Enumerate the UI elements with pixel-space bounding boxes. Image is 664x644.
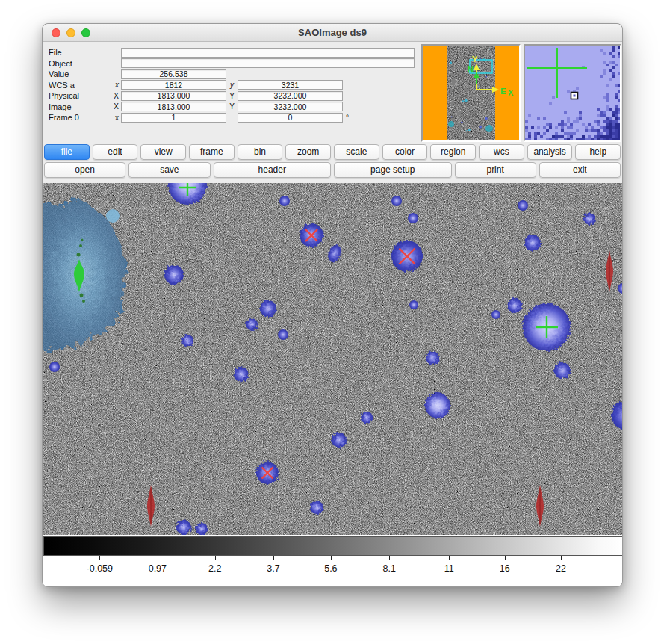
star [279,196,290,206]
star [554,362,571,379]
value-field[interactable] [121,69,226,79]
colorbar-tick-label: -0.059 [87,563,113,574]
menu-button-frame[interactable]: frame [189,144,235,160]
star [49,362,60,372]
submenu-button-save[interactable]: save [128,162,210,178]
colorbar-tick [273,556,274,560]
colorbar-tick [505,556,506,560]
colorbar-tick [449,556,450,560]
app-window: SAOImage ds9 File Object Value WCS a x y… [42,23,623,587]
image-y-field[interactable] [238,102,343,111]
star [234,367,249,382]
menu-button-view[interactable]: view [140,144,186,160]
wcs-x-field[interactable] [121,80,226,90]
panner-e-label: E [500,87,506,96]
menu-button-color[interactable]: color [382,144,428,160]
submenu-button-open[interactable]: open [44,162,125,178]
colorbar-tick [561,556,562,560]
star [310,501,323,514]
star [409,300,418,309]
menu-button-edit[interactable]: edit [93,144,138,160]
file-submenu-bar: opensaveheaderpage setupprintexit [44,162,621,178]
star [426,351,439,365]
submenu-button-page-setup[interactable]: page setup [334,162,452,178]
physical-x-field[interactable] [121,91,226,101]
menu-button-bin[interactable]: bin [238,144,283,160]
x-marked-star [300,223,323,247]
colorbar-tick [215,556,216,560]
star [507,298,522,313]
object-label: Object [49,59,111,68]
colorbar-tick-label: 22 [556,563,566,574]
star [246,318,258,330]
star [164,265,184,285]
magnifier [524,44,621,142]
value-row: Value [49,69,418,80]
submenu-button-header[interactable]: header [214,162,332,178]
frame-row: Frame 0 x ° [49,112,418,123]
star [583,213,595,225]
star [181,335,193,347]
star [491,310,500,319]
title-bar[interactable]: SAOImage ds9 [43,24,622,42]
menu-button-help[interactable]: help [575,144,621,160]
star [425,393,450,418]
x-marked-star [256,462,279,484]
star [176,520,191,535]
menu-button-analysis[interactable]: analysis [527,144,573,160]
wcs-row: WCS a x y [49,80,418,91]
colorbar-tick-label: 3.7 [267,563,279,574]
frame-angle-field[interactable] [238,113,343,123]
menu-button-wcs[interactable]: wcs [479,144,524,160]
menu-button-file[interactable]: file [44,144,90,160]
x-marked-star [391,241,423,272]
degree-symbol: ° [346,114,349,122]
colorbar-tick [389,556,390,560]
main-image-canvas[interactable] [43,183,623,535]
frame-zoom-field[interactable] [121,113,226,123]
image-row: Image X Y [49,102,418,113]
colorbar-tick-label: 2.2 [208,563,221,574]
colorbar[interactable] [43,536,623,556]
colorbar-tick-label: 0.97 [149,563,167,574]
star [361,412,373,424]
image-label: Image [49,102,111,111]
colorbar-tick-label: 8.1 [383,563,396,574]
frame-label: Frame 0 [49,113,111,122]
panner[interactable]: YNEX [421,44,521,142]
star [518,200,528,211]
info-panel: File Object Value WCS a x y Physical X Y [49,47,418,123]
menu-button-region[interactable]: region [430,144,476,160]
menu-button-scale[interactable]: scale [334,144,379,160]
window-title: SAOImage ds9 [43,27,622,38]
magnifier-cursor [571,93,578,99]
colorbar-tick-label: 11 [444,563,454,574]
physical-row: Physical X Y [49,90,418,102]
object-row: Object [49,58,418,69]
menu-bar: fileeditviewframebinzoomscalecolorregion… [44,144,621,160]
star [391,196,402,206]
file-field[interactable] [121,48,415,58]
wcs-y-field[interactable] [238,80,343,90]
colorbar-tick [158,556,158,560]
colorbar-tick-label: 16 [500,563,510,574]
submenu-button-print[interactable]: print [455,162,536,178]
star [196,523,208,535]
image-x-field[interactable] [121,102,226,111]
wcs-label: WCS a [49,81,111,90]
file-row: File [49,47,418,58]
panner-n-label: N [468,65,474,74]
panner-y-label: Y [472,55,478,64]
colorbar-tick-label: 5.6 [324,563,337,574]
star [524,235,541,251]
menu-button-zoom[interactable]: zoom [285,144,331,160]
object-field[interactable] [121,58,415,68]
colorbar-tick [331,556,332,560]
physical-label: Physical [49,91,111,100]
value-label: Value [49,69,111,78]
submenu-button-exit[interactable]: exit [539,162,621,178]
star [278,329,288,340]
physical-y-field[interactable] [238,91,343,101]
file-label: File [49,48,111,57]
star [260,300,276,317]
